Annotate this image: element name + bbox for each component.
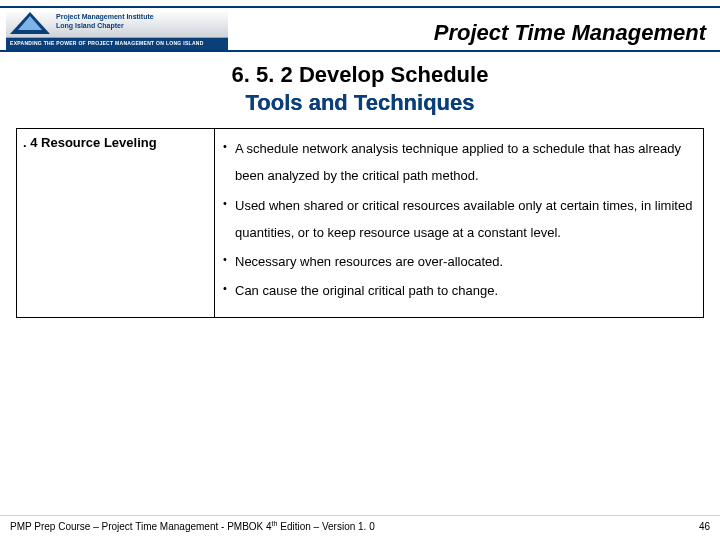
slide: Project Management Institute Long Island… — [0, 0, 720, 540]
footer: PMP Prep Course – Project Time Managemen… — [0, 515, 720, 532]
header: Project Management Institute Long Island… — [0, 0, 720, 52]
bullet-list: A schedule network analysis technique ap… — [221, 135, 697, 305]
footer-text-before: PMP Prep Course – Project Time Managemen… — [10, 521, 272, 532]
page-number: 46 — [699, 521, 710, 532]
logo-strapline: EXPANDING THE POWER OF PROJECT MANAGEMEN… — [6, 38, 228, 50]
logo-line1: Project Management Institute — [56, 13, 154, 20]
content-table: . 4 Resource Leveling A schedule network… — [16, 128, 704, 318]
list-item: Necessary when resources are over-alloca… — [221, 248, 697, 275]
footer-text: PMP Prep Course – Project Time Managemen… — [10, 516, 375, 532]
table-left-cell: . 4 Resource Leveling — [17, 129, 215, 317]
heading-line2: Tools and Techniques — [0, 90, 720, 116]
logo-line2: Long Island Chapter — [56, 22, 124, 29]
page-title: Project Time Management — [434, 20, 706, 46]
list-item: Used when shared or critical resources a… — [221, 192, 697, 247]
logo-triangle-inner-icon — [18, 16, 42, 30]
list-item: Can cause the original critical path to … — [221, 277, 697, 304]
pmi-logo: Project Management Institute Long Island… — [6, 10, 228, 48]
table-right-cell: A schedule network analysis technique ap… — [215, 129, 703, 317]
footer-text-after: Edition – Version 1. 0 — [277, 521, 374, 532]
list-item: A schedule network analysis technique ap… — [221, 135, 697, 190]
logo-text: Project Management Institute Long Island… — [56, 12, 154, 30]
section-heading: 6. 5. 2 Develop Schedule Tools and Techn… — [0, 62, 720, 116]
header-top-rule — [0, 6, 720, 8]
heading-line1: 6. 5. 2 Develop Schedule — [0, 62, 720, 88]
